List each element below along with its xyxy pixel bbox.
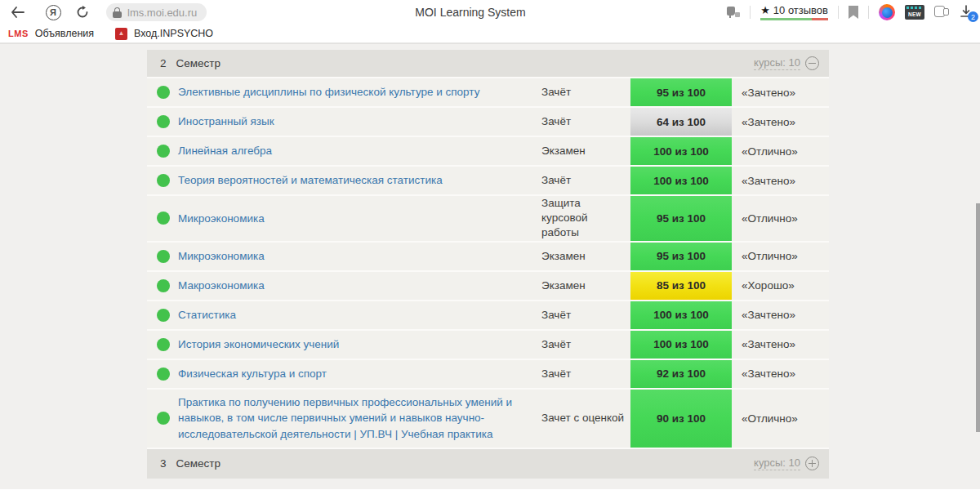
scrollbar-thumb[interactable] [976,203,980,432]
score-badge: 100 из 100 [630,167,732,194]
assessment-type: Зачет с оценкой [541,411,630,425]
table-row: Макроэкономика Экзамен 85 из 100 «Хорошо… [147,272,829,301]
protect-icon[interactable] [727,7,740,19]
course-link[interactable]: Теория вероятностей и математическая ста… [178,172,443,189]
semester-2-courses-toggle[interactable]: курсы: 10 [754,56,819,70]
semester-3-courses-toggle[interactable]: курсы: 10 [754,457,819,470]
assessment-type: Зачёт [541,85,630,100]
course-link[interactable]: Микроэкономика [178,211,265,227]
yandex-button[interactable]: Я [42,2,64,23]
grade-text: «Зачтено» [732,338,829,350]
score-badge: 95 из 100 [630,243,732,270]
downloads-button[interactable]: 2 [959,4,975,20]
lms-page: 2 Семестр курсы: 10 Элективные дисциплин… [0,43,980,489]
status-dot-icon [157,368,170,381]
assessment-type: Экзамен [541,278,630,293]
score-badge: 92 из 100 [630,360,732,388]
collapse-icon[interactable] [805,56,819,70]
toolbar-separator [838,6,839,19]
table-row: Теория вероятностей и математическая ста… [147,167,829,196]
course-link[interactable]: Физическая культура и спорт [178,366,327,382]
semester-3-header: 3 Семестр курсы: 10 [147,449,829,479]
status-dot-icon [157,279,170,292]
semester-2-header: 2 Семестр курсы: 10 [147,50,829,78]
toolbar-separator [750,6,751,19]
course-link[interactable]: История экономических учений [178,336,339,353]
assessment-type: Зачёт [541,308,630,323]
semester-title: Семестр [176,457,221,470]
courses-count-label: курсы: 10 [754,457,800,470]
course-rows: Элективные дисциплины по физической куль… [147,78,829,449]
status-dot-icon [157,412,170,425]
semester-number: 2 [160,57,167,69]
page-title: MOI Learning System [415,6,525,19]
course-link[interactable]: Микроэкономика [178,248,265,265]
toolbar-separator [868,6,869,19]
grade-text: «Отлично» [732,212,829,225]
lms-logo-icon: LMS [8,29,29,38]
grade-text: «Зачтено» [732,116,829,128]
grade-text: «Отлично» [732,250,829,262]
lock-icon [113,7,122,18]
site-reviews-widget[interactable]: ★ 10 отзывов [760,4,828,20]
assessment-type: Зачёт [541,337,630,352]
browser-toolbar: Я lms.moi.edu.ru MOI Learning System ★ 1… [0,0,980,24]
table-row: Микроэкономика Экзамен 95 из 100 «Отличн… [147,243,829,272]
semester-number: 3 [160,457,167,470]
status-dot-icon [157,338,170,351]
grade-text: «Зачтено» [732,87,829,99]
status-dot-icon [157,250,170,263]
refresh-button[interactable] [72,2,93,23]
bookmarks-bar: LMS Объявления Вход.INPSYCHO [0,24,980,43]
url-text: lms.moi.edu.ru [127,7,197,19]
score-badge: 90 из 100 [630,390,732,448]
yandex-icon: Я [46,5,61,20]
bookmark-announcements[interactable]: LMS Объявления [8,28,94,39]
grade-text: «Отлично» [732,412,829,425]
status-dot-icon [157,115,170,128]
inpsycho-logo-icon [115,28,127,40]
course-link[interactable]: Линейная алгебра [178,143,272,159]
collections-icon[interactable] [934,6,949,19]
bookmark-inpsycho[interactable]: Вход.INPSYCHO [115,28,213,40]
status-dot-icon [157,86,170,99]
bookmark-label: Объявления [35,28,94,39]
table-row: Практика по получению первичных професси… [147,390,829,449]
assessment-type: Зачёт [541,173,630,188]
course-link[interactable]: Макроэкономика [178,278,265,294]
table-row: Элективные дисциплины по физической куль… [147,78,829,108]
table-row: Физическая культура и спорт Зачёт 92 из … [147,360,829,390]
reviews-label: 10 отзывов [773,4,828,16]
new-feature-icon[interactable]: NEW [905,5,924,20]
status-dot-icon [157,174,170,187]
assessment-type: Экзамен [541,249,630,264]
table-row: Линейная алгебра Экзамен 100 из 100 «Отл… [147,137,829,167]
grade-text: «Отлично» [732,145,829,158]
score-badge: 64 из 100 [630,108,732,136]
bookmark-flag-icon[interactable] [849,6,858,19]
assessment-type: Зачёт [541,114,630,129]
status-dot-icon [157,212,170,225]
grade-text: «Хорошо» [732,279,829,292]
course-link[interactable]: Практика по получению первичных професси… [178,394,527,443]
score-badge: 95 из 100 [630,78,732,106]
table-row: История экономических учений Зачёт 100 и… [147,331,829,360]
assessment-type: Экзамен [541,144,630,158]
course-link[interactable]: Иностранный язык [178,114,274,130]
course-link[interactable]: Элективные дисциплины по физической куль… [178,84,479,100]
grade-text: «Зачтено» [732,309,829,321]
table-row: Микроэкономика Защита курсовой работы 95… [147,196,829,243]
star-icon: ★ [760,4,770,16]
expand-icon[interactable] [805,457,819,470]
grade-text: «Зачтено» [732,368,829,380]
table-row: Иностранный язык Зачёт 64 из 100 «Зачтен… [147,108,829,137]
score-badge: 100 из 100 [630,301,732,329]
extension-icon[interactable] [879,4,895,20]
status-dot-icon [157,309,170,322]
assessment-type: Защита курсовой работы [541,196,630,241]
address-bar[interactable]: lms.moi.edu.ru [106,3,207,21]
semester-title: Семестр [176,57,221,69]
course-link[interactable]: Статистика [178,307,236,323]
score-badge: 95 из 100 [630,196,732,241]
back-button[interactable] [7,2,28,23]
